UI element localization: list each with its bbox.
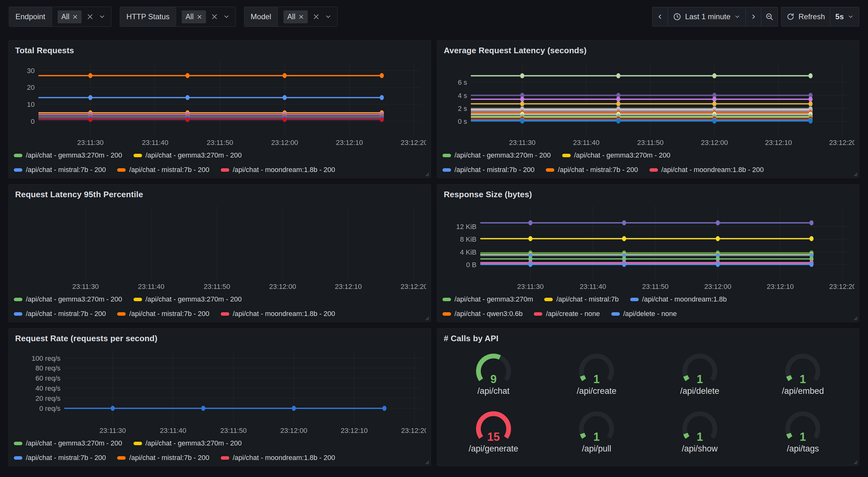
- panel-resize-handle[interactable]: [424, 171, 429, 176]
- filter-selected-tag[interactable]: All: [182, 10, 206, 23]
- series-point[interactable]: [282, 95, 287, 100]
- series-point[interactable]: [616, 97, 620, 102]
- chevron-down-icon[interactable]: [325, 13, 332, 20]
- legend-item[interactable]: /api/chat - gemma3:270m - 200: [133, 151, 242, 159]
- series-point[interactable]: [520, 101, 524, 106]
- filter-http-status-picker[interactable]: All: [176, 7, 236, 27]
- series-point[interactable]: [712, 97, 716, 102]
- panel-resize-handle[interactable]: [852, 459, 858, 465]
- series-point[interactable]: [616, 101, 620, 106]
- time-shift-back-button[interactable]: [652, 7, 668, 27]
- legend-item[interactable]: /api/chat - mistral:7b - 200: [14, 454, 106, 462]
- clear-filter-icon[interactable]: [87, 13, 94, 20]
- time-series-chart[interactable]: 23:11:3023:11:4023:11:5023:12:0023:12:10…: [442, 202, 855, 292]
- panel-resize-handle[interactable]: [424, 459, 429, 465]
- legend-item[interactable]: /api/chat - mistral:7b - 200: [14, 310, 106, 318]
- clear-filter-icon[interactable]: [211, 13, 218, 20]
- series-point[interactable]: [380, 117, 384, 122]
- series-point[interactable]: [380, 73, 384, 78]
- filter-selected-tag[interactable]: All: [58, 10, 82, 23]
- series-point[interactable]: [292, 406, 296, 411]
- legend-item[interactable]: /api/chat - gemma3:270m - 200: [14, 295, 122, 303]
- series-point[interactable]: [528, 262, 533, 267]
- legend-item[interactable]: /api/chat - qwen3:0.6b: [442, 310, 523, 318]
- refresh-button[interactable]: Refresh: [781, 7, 830, 27]
- panel-resize-handle[interactable]: [424, 316, 429, 320]
- filter-endpoint-picker[interactable]: All: [52, 7, 112, 27]
- refresh-interval-dropdown[interactable]: 5s: [830, 7, 859, 27]
- legend-item[interactable]: /api/chat - mistral:7b - 200: [117, 310, 209, 318]
- series-point[interactable]: [88, 117, 92, 122]
- series-point[interactable]: [88, 73, 92, 78]
- series-point[interactable]: [282, 73, 287, 78]
- legend-item[interactable]: /api/chat - moondream:1.8b - 200: [221, 310, 335, 318]
- filter-selected-tag[interactable]: All: [283, 10, 308, 23]
- legend-item[interactable]: /api/chat - mistral:7b - 200: [117, 166, 209, 174]
- series-point[interactable]: [186, 95, 190, 100]
- legend-item[interactable]: /api/delete - none: [611, 310, 677, 318]
- clear-filter-icon[interactable]: [313, 13, 320, 20]
- legend-item[interactable]: /api/chat - mistral:7b - 200: [117, 454, 209, 462]
- legend-item[interactable]: /api/chat - moondream:1.8b: [630, 295, 727, 303]
- series-point[interactable]: [809, 262, 813, 267]
- series-point[interactable]: [111, 406, 115, 411]
- legend-item[interactable]: /api/chat - mistral:7b - 200: [546, 166, 638, 174]
- legend-item[interactable]: /api/chat - gemma3:270m - 200: [14, 151, 122, 159]
- legend-item[interactable]: /api/chat - gemma3:270m - 200: [442, 151, 551, 159]
- legend-item[interactable]: /api/chat - gemma3:270m - 200: [14, 439, 122, 447]
- panel-resize-handle[interactable]: [852, 316, 858, 320]
- remove-tag-icon[interactable]: [299, 14, 304, 20]
- series-point[interactable]: [716, 220, 720, 225]
- series-point[interactable]: [622, 236, 626, 241]
- series-point[interactable]: [186, 117, 190, 122]
- series-point[interactable]: [809, 236, 813, 241]
- legend-item[interactable]: /api/chat - mistral:7b - 200: [14, 166, 106, 174]
- series-point[interactable]: [88, 95, 92, 100]
- legend-item[interactable]: /api/chat - mistral:7b: [544, 295, 619, 303]
- time-shift-forward-button[interactable]: [746, 7, 761, 27]
- filter-model-picker[interactable]: All: [278, 7, 337, 27]
- series-point[interactable]: [520, 73, 524, 78]
- series-point[interactable]: [712, 73, 716, 78]
- series-point[interactable]: [382, 406, 386, 411]
- series-point[interactable]: [528, 236, 533, 241]
- series-point[interactable]: [716, 262, 720, 267]
- time-series-chart[interactable]: 23:11:3023:11:4023:11:5023:12:0023:12:10…: [442, 58, 855, 147]
- series-point[interactable]: [520, 118, 524, 123]
- series-point[interactable]: [528, 220, 533, 225]
- remove-tag-icon[interactable]: [197, 14, 202, 20]
- series-point[interactable]: [808, 97, 812, 102]
- zoom-out-button[interactable]: [761, 7, 778, 27]
- series-point[interactable]: [282, 117, 287, 122]
- series-point[interactable]: [616, 118, 620, 123]
- time-range-picker[interactable]: Last 1 minute: [668, 7, 746, 27]
- legend-item[interactable]: /api/chat - gemma3:270m - 200: [562, 151, 671, 159]
- chevron-down-icon[interactable]: [223, 13, 230, 20]
- series-point[interactable]: [716, 236, 720, 241]
- legend-item[interactable]: /api/chat - mistral:7b - 200: [442, 166, 534, 174]
- time-series-chart[interactable]: 23:11:3023:11:4023:11:5023:12:0023:12:10…: [13, 202, 426, 292]
- legend-item[interactable]: /api/chat - gemma3:270m - 200: [133, 439, 242, 447]
- series-point[interactable]: [808, 101, 812, 106]
- legend-item[interactable]: /api/chat - gemma3:270m: [442, 295, 533, 303]
- series-point[interactable]: [520, 97, 524, 102]
- series-point[interactable]: [380, 95, 384, 100]
- series-point[interactable]: [808, 73, 812, 78]
- series-point[interactable]: [201, 406, 205, 411]
- series-point[interactable]: [186, 73, 190, 78]
- time-series-chart[interactable]: 23:11:3023:11:4023:11:5023:12:0023:12:10…: [13, 346, 426, 436]
- remove-tag-icon[interactable]: [72, 14, 78, 20]
- panel-resize-handle[interactable]: [852, 171, 858, 176]
- legend-item[interactable]: /api/create - none: [534, 310, 600, 318]
- legend-item[interactable]: /api/chat - moondream:1.8b - 200: [221, 166, 335, 174]
- legend-item[interactable]: /api/chat - moondream:1.8b - 200: [649, 166, 764, 174]
- legend-item[interactable]: /api/chat - moondream:1.8b - 200: [221, 454, 335, 462]
- series-point[interactable]: [712, 101, 716, 106]
- series-point[interactable]: [809, 220, 813, 225]
- series-point[interactable]: [616, 73, 620, 78]
- series-point[interactable]: [808, 118, 812, 123]
- series-point[interactable]: [622, 220, 626, 225]
- chevron-down-icon[interactable]: [99, 13, 105, 20]
- time-series-chart[interactable]: 23:11:3023:11:4023:11:5023:12:0023:12:10…: [13, 58, 426, 147]
- series-point[interactable]: [622, 262, 626, 267]
